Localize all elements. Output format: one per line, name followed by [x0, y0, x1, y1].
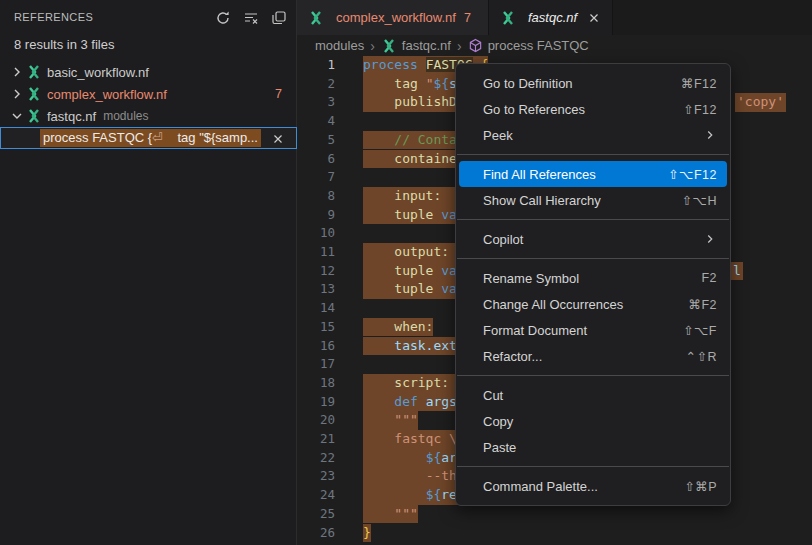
breadcrumb-label: modules [315, 38, 364, 53]
code-token: input: [394, 188, 441, 203]
line-number: 7 [297, 168, 335, 187]
symbol-module-icon [468, 38, 483, 53]
code-token: process [363, 57, 426, 72]
code-token [363, 375, 394, 390]
line-number: 25 [297, 505, 335, 524]
code-token: containe [394, 151, 457, 166]
reference-result-item[interactable]: process FASTQC {⏎ tag "${samp... [0, 127, 297, 149]
menu-item-label: Command Palette... [483, 479, 598, 494]
line-number: 22 [297, 449, 335, 468]
menu-item-label: Change All Occurrences [483, 297, 623, 312]
tab-label: fastqc.nf [528, 10, 577, 25]
breadcrumb-item-modules[interactable]: modules [315, 38, 364, 53]
result-code-text: tag "${samp... [163, 130, 258, 145]
line-number: 12 [297, 262, 335, 281]
menu-item-shortcut: ⌘F2 [688, 297, 717, 312]
breadcrumb-label: process FASTQC [488, 38, 589, 53]
code-token [363, 450, 426, 465]
reference-result-text: process FASTQC {⏎ tag "${samp... [40, 129, 261, 147]
menu-item-refactor[interactable]: Refactor...⌃⇧R [456, 343, 730, 369]
line-number: 15 [297, 318, 335, 337]
breadcrumb-item-fastqc-nf[interactable]: fastqc.nf [381, 38, 451, 54]
menu-item-shortcut: ⌃⇧R [686, 349, 717, 364]
menu-item-show-call-hierarchy[interactable]: Show Call Hierarchy⇧⌥H [456, 187, 730, 213]
code-token [363, 281, 394, 296]
menu-item-label: Format Document [483, 323, 587, 338]
menu-separator [457, 154, 729, 155]
line-number: 8 [297, 187, 335, 206]
tab-complex-workflow-nf[interactable]: complex_workflow.nf7 [297, 0, 489, 35]
code-text: } [363, 524, 371, 543]
refresh-icon-button[interactable] [212, 7, 234, 29]
menu-item-format-document[interactable]: Format Document⇧⌥F [456, 317, 730, 343]
sidebar-item-fastqc-nf[interactable]: fastqc.nfmodules [0, 105, 297, 127]
code-token [363, 244, 394, 259]
sidebar-item-basic-workflow-nf[interactable]: basic_workflow.nf [0, 61, 297, 83]
sidebar-item-complex-workflow-nf[interactable]: complex_workflow.nf7 [0, 83, 297, 105]
menu-item-go-to-references[interactable]: Go to References⇧F12 [456, 96, 730, 122]
menu-item-paste[interactable]: Paste [456, 434, 730, 460]
breadcrumb-item-process-fastqc[interactable]: process FASTQC [468, 38, 589, 53]
dismiss-result-icon[interactable] [271, 132, 285, 150]
return-symbol: ⏎ [152, 130, 163, 145]
chevron-down-icon[interactable] [9, 108, 25, 124]
code-token [363, 76, 394, 91]
code-token [363, 394, 394, 409]
code-token: args [426, 394, 457, 409]
breadcrumb: modules›fastqc.nf›process FASTQC [297, 35, 812, 56]
menu-item-cut[interactable]: Cut [456, 382, 730, 408]
submenu-arrow-icon [703, 232, 717, 246]
code-text: when: [363, 318, 433, 337]
chevron-right-icon[interactable] [9, 64, 25, 80]
line-number: 11 [297, 243, 335, 262]
code-token [363, 338, 394, 353]
copy-icon-button[interactable] [268, 7, 290, 29]
line-number: 3 [297, 93, 335, 112]
code-token [363, 94, 394, 109]
code-token [363, 319, 394, 334]
line-number: 21 [297, 430, 335, 449]
results-tree: basic_workflow.nfcomplex_workflow.nf7fas… [0, 61, 297, 149]
line-number: 1 [297, 56, 335, 75]
code-token: tuple [394, 263, 441, 278]
file-name: basic_workflow.nf [47, 65, 149, 80]
nextflow-icon [500, 10, 516, 26]
menu-item-label: Refactor... [483, 349, 542, 364]
code-token: ${ [426, 450, 442, 465]
code-text: script: [363, 374, 461, 393]
menu-item-shortcut: ⇧⌥F [683, 323, 717, 338]
menu-item-find-all-references[interactable]: Find All References⇧⌥F12 [459, 161, 727, 187]
code-line[interactable]: 26} [297, 524, 812, 543]
menu-separator [457, 466, 729, 467]
tab-fastqc-nf[interactable]: fastqc.nf [489, 0, 613, 35]
result-code-text: process FASTQC { [43, 130, 152, 145]
code-token [363, 263, 394, 278]
tab-problem-badge: 7 [464, 11, 471, 25]
breadcrumb-label: fastqc.nf [402, 38, 451, 53]
code-token: """ [394, 506, 417, 521]
chevron-right-icon[interactable] [9, 86, 25, 102]
menu-item-copilot[interactable]: Copilot [456, 226, 730, 252]
menu-item-label: Rename Symbol [483, 271, 579, 286]
menu-item-shortcut: ⇧⌥H [682, 193, 717, 208]
submenu-arrow-icon [703, 128, 717, 142]
menu-item-go-to-definition[interactable]: Go to Definition⌘F12 [456, 70, 730, 96]
code-fragment: 'copy' [735, 93, 786, 112]
code-token: """ [394, 412, 417, 427]
menu-item-label: Paste [483, 440, 516, 455]
menu-item-peek[interactable]: Peek [456, 122, 730, 148]
clear-all-icon-button[interactable] [240, 7, 262, 29]
menu-item-command-palette[interactable]: Command Palette...⇧⌘P [456, 473, 730, 499]
file-name: fastqc.nf [47, 109, 96, 124]
code-token [363, 487, 426, 502]
menu-item-rename-symbol[interactable]: Rename SymbolF2 [456, 265, 730, 291]
menu-item-change-all-occurrences[interactable]: Change All Occurrences⌘F2 [456, 291, 730, 317]
code-token: output: [394, 244, 449, 259]
line-number: 14 [297, 299, 335, 318]
nextflow-icon [381, 38, 397, 54]
code-token: tuple [394, 207, 441, 222]
menu-item-copy[interactable]: Copy [456, 408, 730, 434]
code-text: """ [363, 505, 418, 524]
code-line[interactable]: 25 """ [297, 505, 812, 524]
tab-close-icon[interactable] [587, 11, 601, 25]
